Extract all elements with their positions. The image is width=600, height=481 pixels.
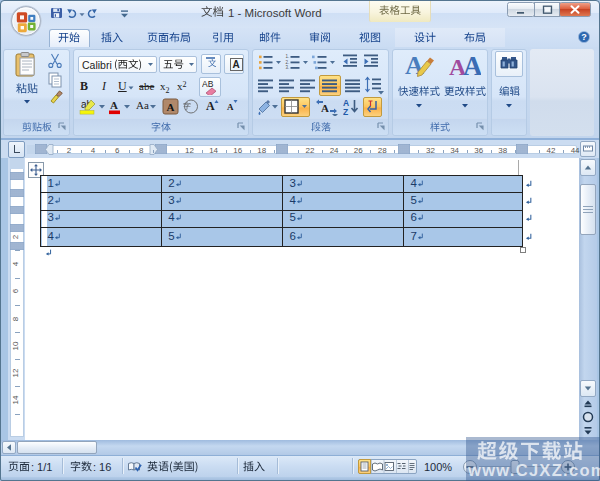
- svg-text:A: A: [167, 101, 175, 113]
- svg-text:A: A: [206, 99, 215, 113]
- svg-text:A: A: [110, 99, 118, 111]
- svg-text:A: A: [227, 102, 234, 112]
- svg-text:A: A: [321, 102, 329, 114]
- svg-text:3.: 3.: [286, 65, 290, 70]
- svg-text:1.: 1.: [286, 54, 290, 59]
- svg-text:2.: 2.: [286, 60, 290, 65]
- svg-text:AB: AB: [202, 79, 214, 89]
- svg-text:Z: Z: [343, 107, 348, 117]
- svg-text:?: ?: [581, 32, 587, 42]
- svg-text:Aa: Aa: [136, 99, 149, 111]
- svg-text:A: A: [463, 51, 481, 80]
